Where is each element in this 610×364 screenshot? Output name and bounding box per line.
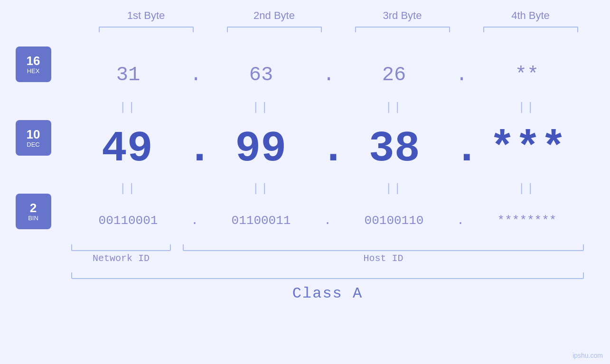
hex-b4-cell: ** (475, 64, 579, 86)
badge-bin-label: BIN (28, 215, 38, 222)
network-id-label: Network ID (71, 253, 171, 264)
dec-b3-cell: 38 (342, 125, 447, 173)
network-bracket (71, 244, 171, 251)
dec-value-row: 49 . 99 . 38 . *** (71, 118, 584, 180)
eq1-b3: || (342, 101, 446, 114)
class-label: Class A (292, 285, 363, 302)
bracket-b1 (99, 27, 194, 32)
top-brackets (82, 27, 595, 32)
host-id-label: Host ID (183, 253, 584, 264)
bracket-b2 (227, 27, 322, 32)
badge-dec-num: 10 (27, 128, 40, 141)
bin-b2: 01100011 (232, 214, 291, 228)
eq1-b4: || (475, 101, 579, 114)
hex-b1-cell: 31 (76, 64, 180, 86)
values-area: 31 . 63 . 26 . ** || || (66, 42, 610, 302)
bin-b1-cell: 00110001 (76, 214, 180, 228)
dec-b2: 99 (235, 125, 286, 173)
bin-b4-cell: ******** (475, 214, 579, 228)
id-labels: Network ID Host ID (71, 253, 584, 264)
hex-dot3: . (456, 64, 465, 86)
bin-value-row: 00110001 . 01100011 . 00100110 . *******… (71, 202, 584, 240)
hex-dot2: . (323, 64, 332, 86)
eq2-b1: || (76, 182, 180, 195)
dec-b1-cell: 49 (75, 125, 179, 173)
badge-hex: 16 HEX (16, 47, 51, 82)
eq1-b1: || (76, 101, 180, 114)
class-row: Class A (71, 285, 584, 302)
dec-b4: *** (489, 125, 566, 173)
bin-b3-cell: 00100110 (342, 214, 446, 228)
dec-dot2: . (320, 125, 335, 173)
byte4-label: 4th Byte (479, 9, 583, 22)
hex-b1: 31 (116, 64, 140, 86)
eq2-b2: || (209, 182, 313, 195)
bin-dot2: . (323, 214, 332, 228)
bracket-b4 (483, 27, 578, 32)
bin-b1: 00110001 (99, 214, 158, 228)
byte2-label: 2nd Byte (222, 9, 327, 22)
hex-b3: 26 (382, 64, 406, 86)
hex-b4: ** (515, 64, 539, 86)
bin-b4: ******** (497, 214, 557, 228)
eq2-b4: || (475, 182, 579, 195)
dec-b1: 49 (102, 125, 153, 173)
byte3-label: 3rd Byte (350, 9, 455, 22)
badge-hex-label: HEX (27, 67, 40, 75)
dec-b4-cell: *** (476, 125, 580, 173)
byte1-label: 1st Byte (94, 9, 198, 22)
eq2-b3: || (342, 182, 446, 195)
bottom-brackets (71, 244, 584, 251)
long-bracket (71, 272, 584, 279)
bin-dot1: . (190, 214, 199, 228)
badge-bin: 2 BIN (16, 194, 51, 229)
bin-b2-cell: 01100011 (209, 214, 313, 228)
watermark: ipshu.com (572, 352, 603, 359)
dec-dot3: . (454, 125, 468, 173)
header-row: 1st Byte 2nd Byte 3rd Byte 4th Byte (82, 9, 595, 22)
hex-b2: 63 (249, 64, 273, 86)
bin-dot3: . (456, 214, 465, 228)
hex-dot1: . (190, 64, 199, 86)
badge-dec: 10 DEC (16, 120, 51, 156)
content-section: 16 HEX 10 DEC 2 BIN 31 . 63 (0, 42, 610, 302)
hex-value-row: 31 . 63 . 26 . ** (71, 51, 584, 99)
badge-dec-label: DEC (27, 141, 39, 148)
hex-b3-cell: 26 (342, 64, 446, 86)
eq1-b2: || (209, 101, 313, 114)
equal-row-2: || || || || (71, 180, 584, 197)
bracket-b3 (355, 27, 450, 32)
bin-b3: 00100110 (365, 214, 424, 228)
hex-b2-cell: 63 (209, 64, 313, 86)
host-bracket (183, 244, 584, 251)
badge-hex-num: 16 (27, 54, 40, 68)
dec-b3: 38 (369, 125, 420, 173)
dec-b2-cell: 99 (208, 125, 313, 173)
equal-row-1: || || || || (71, 99, 584, 116)
dec-dot1: . (187, 125, 201, 173)
main-container: 1st Byte 2nd Byte 3rd Byte 4th Byte 16 H… (0, 0, 610, 364)
badge-column: 16 HEX 10 DEC 2 BIN (0, 42, 66, 302)
badge-bin-num: 2 (30, 201, 37, 215)
